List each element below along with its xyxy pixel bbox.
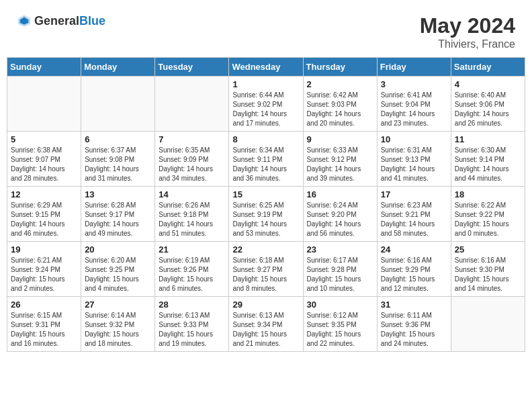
day-number: 1 <box>232 79 299 89</box>
day-number: 29 <box>232 300 299 310</box>
day-number: 12 <box>11 189 77 199</box>
day-info: Sunrise: 6:13 AM Sunset: 9:33 PM Dayligh… <box>159 311 225 349</box>
day-info: Sunrise: 6:11 AM Sunset: 9:36 PM Dayligh… <box>381 311 447 349</box>
day-info: Sunrise: 6:18 AM Sunset: 9:27 PM Dayligh… <box>232 256 299 293</box>
calendar-day-cell: 11Sunrise: 6:30 AM Sunset: 9:14 PM Dayli… <box>451 132 525 187</box>
day-info: Sunrise: 6:23 AM Sunset: 9:21 PM Dayligh… <box>381 201 447 238</box>
calendar-day-cell: 3Sunrise: 6:41 AM Sunset: 9:04 PM Daylig… <box>377 77 451 132</box>
day-info: Sunrise: 6:16 AM Sunset: 9:30 PM Dayligh… <box>455 256 521 293</box>
calendar-day-cell: 26Sunrise: 6:15 AM Sunset: 9:31 PM Dayli… <box>7 297 81 352</box>
day-number: 8 <box>232 134 299 144</box>
day-info: Sunrise: 6:44 AM Sunset: 9:02 PM Dayligh… <box>232 91 299 128</box>
calendar-day-cell <box>155 77 229 132</box>
day-number: 26 <box>11 300 77 310</box>
logo-text: GeneralBlue <box>34 14 105 28</box>
day-number: 11 <box>455 134 521 144</box>
day-number: 21 <box>159 244 225 255</box>
day-number: 5 <box>11 134 77 144</box>
calendar-day-cell: 7Sunrise: 6:35 AM Sunset: 9:09 PM Daylig… <box>155 132 229 187</box>
day-info: Sunrise: 6:19 AM Sunset: 9:26 PM Dayligh… <box>159 256 225 293</box>
day-of-week-header: Wednesday <box>229 58 303 77</box>
calendar-day-cell: 12Sunrise: 6:29 AM Sunset: 9:15 PM Dayli… <box>7 187 81 242</box>
calendar-day-cell <box>451 297 525 352</box>
calendar-day-cell: 27Sunrise: 6:14 AM Sunset: 9:32 PM Dayli… <box>81 297 155 352</box>
day-info: Sunrise: 6:26 AM Sunset: 9:18 PM Dayligh… <box>159 201 225 238</box>
day-number: 2 <box>307 79 373 89</box>
day-info: Sunrise: 6:16 AM Sunset: 9:29 PM Dayligh… <box>381 256 447 293</box>
day-of-week-header: Tuesday <box>155 58 229 77</box>
calendar-day-cell: 2Sunrise: 6:42 AM Sunset: 9:03 PM Daylig… <box>303 77 377 132</box>
day-info: Sunrise: 6:41 AM Sunset: 9:04 PM Dayligh… <box>381 91 447 128</box>
day-info: Sunrise: 6:25 AM Sunset: 9:19 PM Dayligh… <box>232 201 299 238</box>
calendar-day-cell: 21Sunrise: 6:19 AM Sunset: 9:26 PM Dayli… <box>155 242 229 297</box>
calendar-subtitle: Thiviers, France <box>420 38 515 50</box>
calendar-week-row: 1Sunrise: 6:44 AM Sunset: 9:02 PM Daylig… <box>7 77 525 132</box>
day-of-week-header: Monday <box>81 58 155 77</box>
day-info: Sunrise: 6:38 AM Sunset: 9:07 PM Dayligh… <box>11 146 77 183</box>
calendar-day-cell: 15Sunrise: 6:25 AM Sunset: 9:19 PM Dayli… <box>229 187 303 242</box>
day-number: 14 <box>159 189 225 199</box>
calendar-week-row: 12Sunrise: 6:29 AM Sunset: 9:15 PM Dayli… <box>7 187 525 242</box>
calendar-day-cell: 31Sunrise: 6:11 AM Sunset: 9:36 PM Dayli… <box>377 297 451 352</box>
day-info: Sunrise: 6:40 AM Sunset: 9:06 PM Dayligh… <box>455 91 521 128</box>
day-number: 6 <box>85 134 151 144</box>
day-of-week-header: Saturday <box>451 58 525 77</box>
day-number: 16 <box>307 189 373 199</box>
calendar-day-cell: 24Sunrise: 6:16 AM Sunset: 9:29 PM Dayli… <box>377 242 451 297</box>
day-info: Sunrise: 6:28 AM Sunset: 9:17 PM Dayligh… <box>85 201 151 238</box>
day-number: 15 <box>232 189 299 199</box>
day-number: 3 <box>381 79 447 89</box>
calendar-day-cell: 22Sunrise: 6:18 AM Sunset: 9:27 PM Dayli… <box>229 242 303 297</box>
day-of-week-header: Friday <box>377 58 451 77</box>
day-number: 7 <box>159 134 225 144</box>
calendar-day-cell: 8Sunrise: 6:34 AM Sunset: 9:11 PM Daylig… <box>229 132 303 187</box>
calendar-day-cell: 9Sunrise: 6:33 AM Sunset: 9:12 PM Daylig… <box>303 132 377 187</box>
day-info: Sunrise: 6:42 AM Sunset: 9:03 PM Dayligh… <box>307 91 373 128</box>
day-info: Sunrise: 6:31 AM Sunset: 9:13 PM Dayligh… <box>381 146 447 183</box>
calendar-week-row: 19Sunrise: 6:21 AM Sunset: 9:24 PM Dayli… <box>7 242 525 297</box>
day-number: 10 <box>381 134 447 144</box>
calendar-day-cell: 13Sunrise: 6:28 AM Sunset: 9:17 PM Dayli… <box>81 187 155 242</box>
day-info: Sunrise: 6:13 AM Sunset: 9:34 PM Dayligh… <box>232 311 299 349</box>
logo-icon <box>17 13 32 28</box>
calendar-day-cell: 18Sunrise: 6:22 AM Sunset: 9:22 PM Dayli… <box>451 187 525 242</box>
day-info: Sunrise: 6:17 AM Sunset: 9:28 PM Dayligh… <box>307 256 373 293</box>
day-number: 17 <box>381 189 447 199</box>
calendar-day-cell: 6Sunrise: 6:37 AM Sunset: 9:08 PM Daylig… <box>81 132 155 187</box>
calendar-day-cell: 20Sunrise: 6:20 AM Sunset: 9:25 PM Dayli… <box>81 242 155 297</box>
day-info: Sunrise: 6:21 AM Sunset: 9:24 PM Dayligh… <box>11 256 77 293</box>
day-info: Sunrise: 6:29 AM Sunset: 9:15 PM Dayligh… <box>11 201 77 238</box>
day-number: 22 <box>232 244 299 255</box>
day-number: 23 <box>307 244 373 255</box>
day-info: Sunrise: 6:37 AM Sunset: 9:08 PM Dayligh… <box>85 146 151 183</box>
day-number: 18 <box>455 189 521 199</box>
day-info: Sunrise: 6:24 AM Sunset: 9:20 PM Dayligh… <box>307 201 373 238</box>
page-header: GeneralBlue May 2024 Thiviers, France <box>7 7 525 54</box>
day-number: 25 <box>455 244 521 255</box>
calendar-day-cell: 19Sunrise: 6:21 AM Sunset: 9:24 PM Dayli… <box>7 242 81 297</box>
day-info: Sunrise: 6:22 AM Sunset: 9:22 PM Dayligh… <box>455 201 521 238</box>
day-of-week-header: Thursday <box>303 58 377 77</box>
calendar-day-cell: 10Sunrise: 6:31 AM Sunset: 9:13 PM Dayli… <box>377 132 451 187</box>
calendar-day-cell: 5Sunrise: 6:38 AM Sunset: 9:07 PM Daylig… <box>7 132 81 187</box>
calendar-day-cell <box>7 77 81 132</box>
day-number: 20 <box>85 244 151 255</box>
day-info: Sunrise: 6:33 AM Sunset: 9:12 PM Dayligh… <box>307 146 373 183</box>
calendar-table: SundayMondayTuesdayWednesdayThursdayFrid… <box>7 57 525 352</box>
day-info: Sunrise: 6:30 AM Sunset: 9:14 PM Dayligh… <box>455 146 521 183</box>
day-number: 28 <box>159 300 225 310</box>
calendar-day-cell: 17Sunrise: 6:23 AM Sunset: 9:21 PM Dayli… <box>377 187 451 242</box>
calendar-day-cell <box>81 77 155 132</box>
day-info: Sunrise: 6:34 AM Sunset: 9:11 PM Dayligh… <box>232 146 299 183</box>
day-number: 30 <box>307 300 373 310</box>
calendar-week-row: 5Sunrise: 6:38 AM Sunset: 9:07 PM Daylig… <box>7 132 525 187</box>
calendar-day-cell: 25Sunrise: 6:16 AM Sunset: 9:30 PM Dayli… <box>451 242 525 297</box>
day-info: Sunrise: 6:35 AM Sunset: 9:09 PM Dayligh… <box>159 146 225 183</box>
calendar-day-cell: 28Sunrise: 6:13 AM Sunset: 9:33 PM Dayli… <box>155 297 229 352</box>
calendar-day-cell: 23Sunrise: 6:17 AM Sunset: 9:28 PM Dayli… <box>303 242 377 297</box>
day-of-week-header: Sunday <box>7 58 81 77</box>
day-info: Sunrise: 6:15 AM Sunset: 9:31 PM Dayligh… <box>11 311 77 349</box>
day-number: 27 <box>85 300 151 310</box>
day-info: Sunrise: 6:20 AM Sunset: 9:25 PM Dayligh… <box>85 256 151 293</box>
calendar-week-row: 26Sunrise: 6:15 AM Sunset: 9:31 PM Dayli… <box>7 297 525 352</box>
